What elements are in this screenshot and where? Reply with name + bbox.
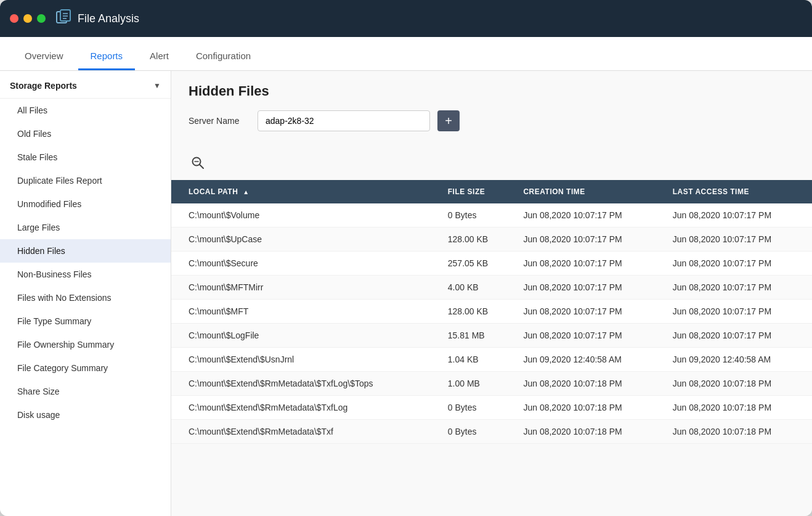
cell-file-size: 1.00 MB	[438, 372, 514, 396]
col-file-size[interactable]: FILE SIZE	[438, 180, 514, 203]
sidebar-header-label: Storage Reports	[10, 81, 77, 91]
panel-header: Hidden Files Server Name +	[171, 71, 812, 149]
table-row: C:\mount\$Secure 257.05 KB Jun 08,2020 1…	[171, 252, 812, 276]
cell-creation-time: Jun 08,2020 10:07:17 PM	[513, 252, 662, 276]
cell-file-size: 128.00 KB	[438, 300, 514, 324]
cell-local-path: C:\mount\$Extend\$UsnJrnl	[171, 348, 438, 372]
sidebar-item-file-ownership-summary[interactable]: File Ownership Summary	[0, 333, 171, 356]
sidebar-item-stale-files[interactable]: Stale Files	[0, 145, 171, 169]
cell-last-access-time: Jun 09,2020 12:40:58 AM	[663, 348, 812, 372]
cell-file-size: 0 Bytes	[438, 420, 514, 444]
table-row: C:\mount\$Extend\$UsnJrnl 1.04 KB Jun 09…	[171, 348, 812, 372]
app-window: File Analysis Overview Reports Alert Con…	[0, 0, 812, 516]
cell-local-path: C:\mount\$LogFile	[171, 324, 438, 348]
cell-file-size: 128.00 KB	[438, 227, 514, 252]
cell-local-path: C:\mount\$MFTMirr	[171, 276, 438, 300]
page-title: Hidden Files	[189, 83, 795, 99]
table-row: C:\mount\$Extend\$RmMetadata\$TxfLog 0 B…	[171, 396, 812, 420]
app-title: File Analysis	[78, 12, 139, 25]
files-table: LOCAL PATH ▲ FILE SIZE CREATION TIME LAS…	[171, 180, 812, 444]
close-button[interactable]	[10, 14, 18, 23]
tabbar: Overview Reports Alert Configuration	[0, 37, 812, 71]
table-row: C:\mount\$MFT 128.00 KB Jun 08,2020 10:0…	[171, 300, 812, 324]
cell-creation-time: Jun 08,2020 10:07:18 PM	[513, 420, 662, 444]
cell-local-path: C:\mount\$Extend\$RmMetadata\$TxfLog\$To…	[171, 372, 438, 396]
sidebar-item-old-files[interactable]: Old Files	[0, 122, 171, 145]
cell-last-access-time: Jun 08,2020 10:07:17 PM	[663, 324, 812, 348]
sidebar-header: Storage Reports ▼	[0, 71, 171, 99]
cell-local-path: C:\mount\$MFT	[171, 300, 438, 324]
search-bar	[171, 149, 812, 180]
cell-last-access-time: Jun 08,2020 10:07:18 PM	[663, 420, 812, 444]
cell-file-size: 0 Bytes	[438, 396, 514, 420]
col-local-path[interactable]: LOCAL PATH ▲	[171, 180, 438, 203]
tab-overview[interactable]: Overview	[12, 43, 76, 70]
cell-creation-time: Jun 08,2020 10:07:17 PM	[513, 276, 662, 300]
col-last-access-time[interactable]: LAST ACCESS TIME	[663, 180, 812, 203]
svg-line-6	[200, 165, 203, 168]
cell-local-path: C:\mount\$Extend\$RmMetadata\$TxfLog	[171, 396, 438, 420]
table-row: C:\mount\$LogFile 15.81 MB Jun 08,2020 1…	[171, 324, 812, 348]
filter-row: Server Name +	[189, 110, 795, 131]
cell-local-path: C:\mount\$Extend\$RmMetadata\$Txf	[171, 420, 438, 444]
cell-creation-time: Jun 08,2020 10:07:18 PM	[513, 372, 662, 396]
tab-alert[interactable]: Alert	[137, 43, 181, 70]
table-row: C:\mount\$Volume 0 Bytes Jun 08,2020 10:…	[171, 203, 812, 227]
sidebar-item-files-no-extensions[interactable]: Files with No Extensions	[0, 286, 171, 309]
cell-last-access-time: Jun 08,2020 10:07:17 PM	[663, 252, 812, 276]
cell-last-access-time: Jun 08,2020 10:07:17 PM	[663, 276, 812, 300]
sidebar-item-share-size[interactable]: Share Size	[0, 380, 171, 403]
content-area: Storage Reports ▼ All Files Old Files St…	[0, 71, 812, 516]
cell-local-path: C:\mount\$Volume	[171, 203, 438, 227]
main-panel: Hidden Files Server Name +	[171, 71, 812, 516]
titlebar: File Analysis	[0, 0, 812, 37]
search-button[interactable]	[189, 154, 207, 175]
maximize-button[interactable]	[37, 14, 46, 23]
cell-creation-time: Jun 08,2020 10:07:17 PM	[513, 300, 662, 324]
cell-local-path: C:\mount\$Secure	[171, 252, 438, 276]
sidebar-item-file-type-summary[interactable]: File Type Summary	[0, 309, 171, 333]
cell-last-access-time: Jun 08,2020 10:07:18 PM	[663, 396, 812, 420]
cell-file-size: 0 Bytes	[438, 203, 514, 227]
sidebar-item-unmodified-files[interactable]: Unmodified Files	[0, 192, 171, 216]
cell-last-access-time: Jun 08,2020 10:07:17 PM	[663, 300, 812, 324]
table-row: C:\mount\$MFTMirr 4.00 KB Jun 08,2020 10…	[171, 276, 812, 300]
table-row: C:\mount\$Extend\$RmMetadata\$Txf 0 Byte…	[171, 420, 812, 444]
cell-file-size: 15.81 MB	[438, 324, 514, 348]
sidebar-item-non-business-files[interactable]: Non-Business Files	[0, 263, 171, 286]
sidebar: Storage Reports ▼ All Files Old Files St…	[0, 71, 171, 516]
table-header-row: LOCAL PATH ▲ FILE SIZE CREATION TIME LAS…	[171, 180, 812, 203]
sidebar-item-file-category-summary[interactable]: File Category Summary	[0, 356, 171, 380]
cell-last-access-time: Jun 08,2020 10:07:17 PM	[663, 203, 812, 227]
cell-creation-time: Jun 09,2020 12:40:58 AM	[513, 348, 662, 372]
table-container: LOCAL PATH ▲ FILE SIZE CREATION TIME LAS…	[171, 180, 812, 516]
server-name-label: Server Name	[189, 116, 250, 126]
sidebar-dropdown-icon[interactable]: ▼	[153, 81, 161, 90]
cell-creation-time: Jun 08,2020 10:07:17 PM	[513, 324, 662, 348]
cell-local-path: C:\mount\$UpCase	[171, 227, 438, 252]
cell-last-access-time: Jun 08,2020 10:07:17 PM	[663, 227, 812, 252]
cell-file-size: 1.04 KB	[438, 348, 514, 372]
sidebar-item-large-files[interactable]: Large Files	[0, 216, 171, 239]
cell-creation-time: Jun 08,2020 10:07:17 PM	[513, 227, 662, 252]
app-icon	[55, 9, 71, 28]
sidebar-item-hidden-files[interactable]: Hidden Files	[0, 239, 171, 263]
table-row: C:\mount\$UpCase 128.00 KB Jun 08,2020 1…	[171, 227, 812, 252]
sidebar-item-duplicate-files[interactable]: Duplicate Files Report	[0, 169, 171, 192]
window-controls	[10, 14, 46, 23]
server-name-input[interactable]	[258, 110, 430, 131]
cell-creation-time: Jun 08,2020 10:07:18 PM	[513, 396, 662, 420]
add-server-button[interactable]: +	[437, 110, 460, 131]
cell-last-access-time: Jun 08,2020 10:07:18 PM	[663, 372, 812, 396]
cell-creation-time: Jun 08,2020 10:07:17 PM	[513, 203, 662, 227]
svg-rect-1	[60, 10, 70, 21]
tab-configuration[interactable]: Configuration	[184, 43, 263, 70]
sidebar-item-all-files[interactable]: All Files	[0, 99, 171, 122]
sidebar-item-disk-usage[interactable]: Disk usage	[0, 403, 171, 427]
col-creation-time[interactable]: CREATION TIME	[513, 180, 662, 203]
sort-icon: ▲	[243, 189, 249, 195]
minimize-button[interactable]	[23, 14, 32, 23]
cell-file-size: 4.00 KB	[438, 276, 514, 300]
tab-reports[interactable]: Reports	[78, 43, 136, 70]
cell-file-size: 257.05 KB	[438, 252, 514, 276]
